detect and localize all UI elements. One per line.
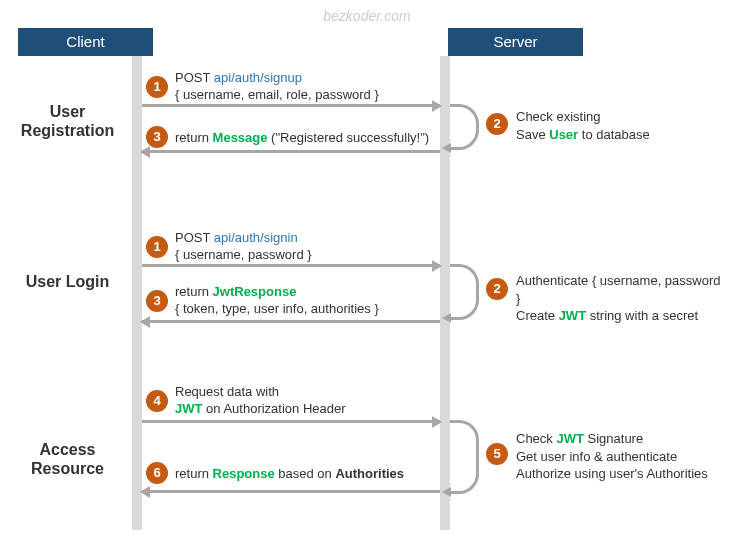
arrow-login-3: [142, 320, 440, 323]
login1-body: { username, password }: [175, 247, 312, 262]
server-lifeline: [440, 56, 450, 530]
acc6-mid: based on: [275, 466, 336, 481]
section-access: Access Resource: [10, 440, 125, 478]
login2-line1: Authenticate { username, password }: [516, 273, 721, 306]
msg-reg-1: POST api/auth/signup { username, email, …: [175, 70, 435, 104]
badge-1-login: 1: [146, 236, 168, 258]
login2-pre: Create: [516, 308, 559, 323]
arrow-login-1: [142, 264, 440, 267]
login3-ret: return: [175, 284, 213, 299]
self-arc-access: [450, 420, 479, 494]
acc4-line1: Request data with: [175, 384, 279, 399]
reg2-save-post: to database: [578, 127, 650, 142]
self-arc-login: [450, 264, 479, 320]
acc5-post: Signature: [584, 431, 643, 446]
note-login-2: Authenticate { username, password } Crea…: [516, 272, 726, 325]
msg-reg-3: return Message ("Registered successfully…: [175, 130, 435, 147]
reg1-method: POST: [175, 70, 214, 85]
login3-hl: JwtResponse: [213, 284, 297, 299]
arrow-access-6: [142, 490, 440, 493]
acc4-hl: JWT: [175, 401, 202, 416]
msg-access-4: Request data with JWT on Authorization H…: [175, 384, 435, 418]
arrow-reg-1: [142, 104, 440, 107]
acc6-hl2: Authorities: [335, 466, 404, 481]
msg-access-6: return Response based on Authorities: [175, 466, 435, 483]
reg2-line1: Check existing: [516, 109, 601, 124]
watermark: bezkoder.com: [323, 8, 410, 24]
acc5-hl: JWT: [556, 431, 583, 446]
acc5-pre: Check: [516, 431, 556, 446]
client-lifeline: [132, 56, 142, 530]
login2-post: string with a secret: [586, 308, 698, 323]
note-access-5: Check JWT Signature Get user info & auth…: [516, 430, 726, 483]
reg2-save-pre: Save: [516, 127, 549, 142]
section-login: User Login: [10, 272, 125, 291]
acc5-line3: Authorize using user's Authorities: [516, 466, 708, 481]
msg-login-3: return JwtResponse { token, type, user i…: [175, 284, 435, 318]
acc6-ret: return: [175, 466, 213, 481]
self-arc-reg: [450, 104, 479, 150]
login1-method: POST: [175, 230, 214, 245]
client-header: Client: [18, 28, 153, 56]
acc4-post: on Authorization Header: [202, 401, 345, 416]
badge-6: 6: [146, 462, 168, 484]
login3-body: { token, type, user info, authorities }: [175, 301, 379, 316]
server-header: Server: [448, 28, 583, 56]
arrow-reg-3: [142, 150, 440, 153]
reg1-endpoint: api/auth/signup: [214, 70, 302, 85]
msg-login-1: POST api/auth/signin { username, passwor…: [175, 230, 435, 264]
badge-2-login: 2: [486, 278, 508, 300]
badge-2-reg: 2: [486, 113, 508, 135]
acc6-hl: Response: [213, 466, 275, 481]
badge-4: 4: [146, 390, 168, 412]
reg3-ret: return: [175, 130, 213, 145]
badge-1-reg: 1: [146, 76, 168, 98]
badge-5: 5: [486, 443, 508, 465]
login1-endpoint: api/auth/signin: [214, 230, 298, 245]
reg3-hl: Message: [213, 130, 268, 145]
section-registration: User Registration: [10, 102, 125, 140]
acc5-line2: Get user info & authenticate: [516, 449, 677, 464]
arrow-access-4: [142, 420, 440, 423]
badge-3-login: 3: [146, 290, 168, 312]
reg2-save-hl: User: [549, 127, 578, 142]
note-reg-2: Check existing Save User to database: [516, 108, 726, 143]
reg1-body: { username, email, role, password }: [175, 87, 379, 102]
login2-hl: JWT: [559, 308, 586, 323]
reg3-post: ("Registered successfully!"): [268, 130, 430, 145]
